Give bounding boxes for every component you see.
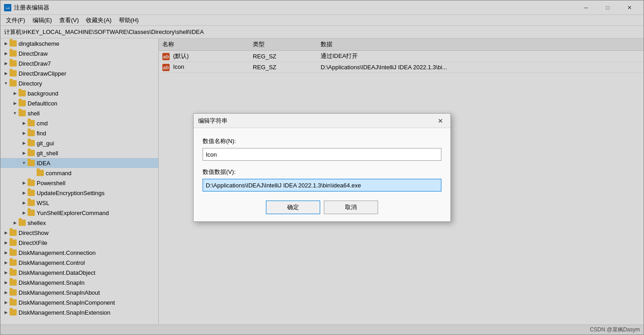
dialog-name-label: 数值名称(N): bbox=[203, 137, 441, 145]
dialog-ok-button[interactable]: 确定 bbox=[266, 201, 320, 214]
modal-overlay: 编辑字符串 ✕ 数值名称(N): 数值数据(V): 确定 取消 bbox=[0, 0, 644, 335]
dialog-data-label: 数值数据(V): bbox=[203, 168, 441, 176]
dialog-data-input[interactable] bbox=[203, 179, 441, 191]
dialog-title-text: 编辑字符串 bbox=[198, 117, 227, 125]
dialog-close-button[interactable]: ✕ bbox=[435, 115, 446, 126]
dialog-name-input[interactable] bbox=[203, 148, 441, 161]
edit-string-dialog: 编辑字符串 ✕ 数值名称(N): 数值数据(V): 确定 取消 bbox=[193, 113, 451, 222]
dialog-title-bar: 编辑字符串 ✕ bbox=[194, 114, 450, 128]
dialog-buttons: 确定 取消 bbox=[203, 201, 441, 214]
dialog-cancel-button[interactable]: 取消 bbox=[324, 201, 378, 214]
dialog-content: 数值名称(N): 数值数据(V): 确定 取消 bbox=[194, 128, 450, 221]
